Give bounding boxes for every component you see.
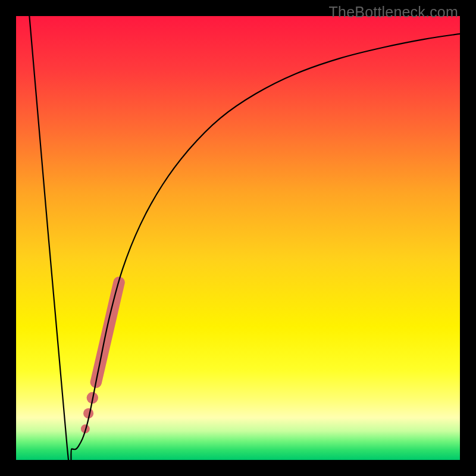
- watermark-text: TheBottleneck.com: [329, 4, 458, 21]
- chart-frame: TheBottleneck.com: [0, 0, 476, 476]
- chart-svg: [16, 16, 460, 460]
- plot-area: [16, 16, 460, 460]
- gradient-background: [16, 16, 460, 460]
